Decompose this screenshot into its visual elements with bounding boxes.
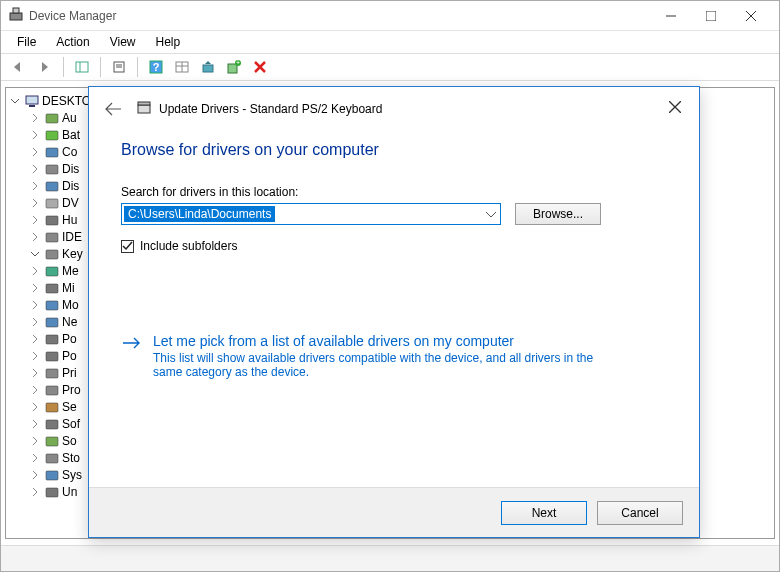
cpu-icon xyxy=(44,382,60,398)
svg-rect-48 xyxy=(138,102,150,105)
show-hide-tree-button[interactable] xyxy=(70,56,94,78)
arrow-right-icon xyxy=(121,335,143,354)
menu-file[interactable]: File xyxy=(9,33,44,51)
tree-item-label: Mi xyxy=(62,281,75,295)
svg-rect-34 xyxy=(46,284,58,293)
tree-item-label: Me xyxy=(62,264,79,278)
option-description: This list will show available drivers co… xyxy=(153,351,623,379)
close-button[interactable] xyxy=(731,2,771,30)
sound-icon xyxy=(44,110,60,126)
tree-item-label: Pri xyxy=(62,366,77,380)
svg-text:+: + xyxy=(236,60,240,66)
include-subfolders-label: Include subfolders xyxy=(140,239,237,253)
update-driver-button[interactable] xyxy=(196,56,220,78)
dialog-back-button[interactable] xyxy=(101,97,125,121)
minimize-button[interactable] xyxy=(651,2,691,30)
svg-rect-33 xyxy=(46,267,58,276)
include-subfolders-checkbox[interactable] xyxy=(121,240,134,253)
computer-icon xyxy=(24,93,40,109)
display-icon xyxy=(44,178,60,194)
back-button[interactable] xyxy=(7,56,31,78)
status-bar xyxy=(1,545,779,571)
app-icon xyxy=(9,7,23,24)
forward-button[interactable] xyxy=(33,56,57,78)
svg-rect-42 xyxy=(46,420,58,429)
mouse-icon xyxy=(44,280,60,296)
usb-icon xyxy=(44,212,60,228)
svg-rect-35 xyxy=(46,301,58,310)
chevron-icon xyxy=(28,164,42,174)
memory-icon xyxy=(44,263,60,279)
svg-rect-41 xyxy=(46,403,58,412)
chevron-icon xyxy=(28,317,42,327)
chevron-icon xyxy=(28,113,42,123)
chevron-icon xyxy=(28,436,42,446)
chevron-icon xyxy=(28,215,42,225)
svg-rect-36 xyxy=(46,318,58,327)
chevron-icon xyxy=(28,283,42,293)
tree-item-label: Dis xyxy=(62,179,79,193)
titlebar: Device Manager xyxy=(1,1,779,31)
svg-text:?: ? xyxy=(153,61,160,73)
cancel-button[interactable]: Cancel xyxy=(597,501,683,525)
dialog-close-button[interactable] xyxy=(661,95,689,119)
maximize-button[interactable] xyxy=(691,2,731,30)
chevron-icon xyxy=(28,198,42,208)
browse-button[interactable]: Browse... xyxy=(515,203,601,225)
svg-rect-27 xyxy=(46,165,58,174)
svg-rect-6 xyxy=(76,62,88,72)
scan-button[interactable] xyxy=(170,56,194,78)
tree-item-label: Po xyxy=(62,349,77,363)
tree-item-label: So xyxy=(62,434,77,448)
svg-rect-40 xyxy=(46,386,58,395)
svg-rect-3 xyxy=(706,11,716,21)
uninstall-button[interactable] xyxy=(248,56,272,78)
option-title: Let me pick from a list of available dri… xyxy=(153,333,667,349)
printer-icon xyxy=(44,365,60,381)
chevron-icon xyxy=(28,453,42,463)
svg-rect-16 xyxy=(203,65,213,72)
chevron-icon xyxy=(28,487,42,497)
chevron-icon xyxy=(28,334,42,344)
svg-rect-43 xyxy=(46,437,58,446)
menu-view[interactable]: View xyxy=(102,33,144,51)
menu-action[interactable]: Action xyxy=(48,33,97,51)
tree-item-label: Po xyxy=(62,332,77,346)
usb-icon xyxy=(44,484,60,500)
help-button[interactable]: ? xyxy=(144,56,168,78)
chevron-down-icon xyxy=(486,207,496,221)
chevron-icon xyxy=(28,419,42,429)
svg-rect-30 xyxy=(46,216,58,225)
menu-help[interactable]: Help xyxy=(148,33,189,51)
keyboard-icon xyxy=(44,246,60,262)
chevron-icon xyxy=(28,470,42,480)
tree-item-label: Au xyxy=(62,111,77,125)
tree-item-label: Sof xyxy=(62,417,80,431)
tree-item-label: DV xyxy=(62,196,79,210)
svg-rect-22 xyxy=(26,96,38,104)
path-combobox[interactable]: C:\Users\Linda\Documents xyxy=(121,203,501,225)
window-controls xyxy=(651,2,771,30)
system-icon xyxy=(44,467,60,483)
tree-item-label: Sys xyxy=(62,468,82,482)
dialog-footer: Next Cancel xyxy=(89,487,699,537)
chevron-icon xyxy=(28,249,42,259)
add-hardware-button[interactable]: + xyxy=(222,56,246,78)
dialog-header: Update Drivers - Standard PS/2 Keyboard xyxy=(89,87,699,131)
storage-icon xyxy=(44,450,60,466)
svg-rect-46 xyxy=(46,488,58,497)
svg-rect-37 xyxy=(46,335,58,344)
svg-rect-45 xyxy=(46,471,58,480)
chevron-icon xyxy=(28,130,42,140)
properties-button[interactable] xyxy=(107,56,131,78)
chevron-icon xyxy=(28,266,42,276)
tree-item-label: Mo xyxy=(62,298,79,312)
software-icon xyxy=(44,416,60,432)
chevron-icon xyxy=(28,232,42,242)
svg-rect-25 xyxy=(46,131,58,140)
tree-item-label: Pro xyxy=(62,383,81,397)
tree-item-label: Co xyxy=(62,145,77,159)
next-button[interactable]: Next xyxy=(501,501,587,525)
pick-from-list-option[interactable]: Let me pick from a list of available dri… xyxy=(121,333,667,379)
tree-item-label: Key xyxy=(62,247,83,261)
